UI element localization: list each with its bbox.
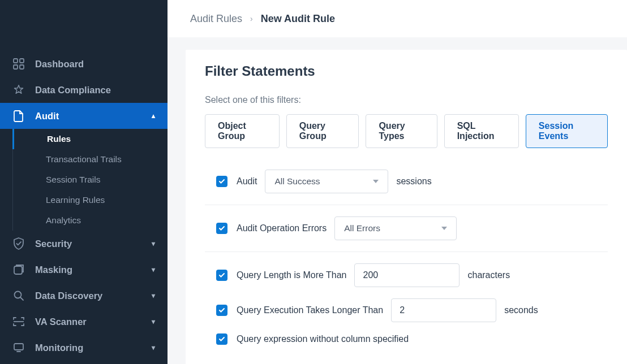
sidebar-item-label: Data Compliance: [35, 85, 111, 96]
monitor-icon: [12, 341, 25, 354]
filter-pills: Object Group Query Group Query Types SQL…: [205, 114, 608, 148]
sidebar-item-vascanner[interactable]: VA Scanner ▾: [0, 309, 168, 335]
sidebar-item-label: Security: [35, 239, 72, 249]
checkbox-errors[interactable]: [216, 223, 227, 234]
sidebar-item-masking[interactable]: Masking ▾: [0, 257, 168, 283]
svg-rect-7: [14, 266, 22, 274]
select-errors[interactable]: All Errors: [334, 216, 457, 240]
chevron-up-icon: ▴: [152, 112, 155, 120]
checkbox-qexec[interactable]: [216, 305, 227, 316]
suffix-characters: characters: [467, 270, 510, 280]
pill-object-group[interactable]: Object Group: [205, 114, 280, 148]
chevron-down-icon: ▾: [152, 266, 155, 274]
breadcrumb-current: New Audit Rule: [261, 13, 335, 25]
chevron-down-icon: ▾: [152, 292, 155, 300]
pill-sql-injection[interactable]: SQL Injection: [444, 114, 519, 148]
svg-rect-5: [14, 65, 18, 69]
chevron-down-icon: ▾: [152, 318, 155, 326]
chevron-down-icon: ▾: [152, 240, 155, 248]
audit-submenu: Rules Transactional Trails Session Trail…: [0, 129, 168, 231]
dashboard-icon: [12, 58, 25, 70]
select-audit-sessions[interactable]: All Success: [265, 170, 388, 193]
shield-icon: [12, 237, 25, 250]
sidebar-item-label: Audit: [35, 111, 59, 122]
row-audit: Audit All Success sessions: [205, 158, 608, 205]
row-errors: Audit Operation Errors All Errors: [205, 205, 608, 252]
sidebar-sub-analytics[interactable]: Analytics: [12, 210, 168, 231]
sidebar-item-discovery[interactable]: Data Discovery ▾: [0, 283, 168, 309]
sidebar-item-audit[interactable]: Audit ▴: [0, 103, 168, 129]
input-qlen[interactable]: [354, 263, 459, 287]
label-errors: Audit Operation Errors: [237, 223, 327, 233]
svg-line-9: [20, 297, 23, 300]
breadcrumb-parent[interactable]: Audit Rules: [190, 13, 242, 25]
panel-title: Filter Statements: [205, 63, 608, 79]
main-content: Filter Statements Select one of this fil…: [168, 0, 627, 364]
suffix-sessions: sessions: [396, 176, 431, 187]
input-qexec[interactable]: [391, 298, 496, 322]
sidebar-sub-rules[interactable]: Rules: [12, 129, 168, 149]
sidebar-sub-session[interactable]: Session Trails: [12, 170, 168, 190]
panel-subtext: Select one of this filters:: [205, 95, 608, 105]
chevron-down-icon: ▾: [152, 344, 155, 352]
sidebar-item-security[interactable]: Security ▾: [0, 231, 168, 257]
label-audit: Audit: [237, 176, 257, 187]
chevron-right-icon: ›: [250, 14, 253, 23]
filter-panel: Filter Statements Select one of this fil…: [186, 50, 627, 364]
svg-rect-3: [14, 59, 18, 63]
document-icon: [12, 110, 25, 122]
sidebar-item-monitoring[interactable]: Monitoring ▾: [0, 335, 168, 361]
sidebar-item-label: Dashboard: [35, 59, 84, 70]
label-qexec: Query Execution Takes Longer Than: [237, 305, 383, 315]
label-qexpr: Query expression without column specifie…: [237, 334, 409, 344]
checkbox-audit[interactable]: [216, 176, 227, 187]
svg-rect-4: [20, 59, 24, 63]
sidebar: Dashboard Data Compliance Audit ▴ Rules …: [0, 0, 168, 364]
breadcrumb: Audit Rules › New Audit Rule: [168, 13, 335, 25]
star-icon: [12, 84, 25, 96]
label-qlen: Query Length is More Than: [237, 270, 346, 280]
pill-query-types[interactable]: Query Types: [366, 114, 437, 148]
checkbox-qexpr[interactable]: [216, 333, 227, 345]
sidebar-item-label: Masking: [35, 265, 72, 275]
masking-icon: [12, 263, 25, 276]
row-qlen: Query Length is More Than characters: [205, 252, 608, 292]
sidebar-item-compliance[interactable]: Data Compliance: [0, 77, 168, 103]
sidebar-item-label: VA Scanner: [35, 317, 87, 327]
row-qexec: Query Execution Takes Longer Than second…: [205, 292, 608, 327]
pill-session-events[interactable]: Session Events: [526, 114, 608, 148]
search-icon: [12, 289, 25, 302]
sidebar-sub-transactional[interactable]: Transactional Trails: [12, 149, 168, 170]
sidebar-item-label: Data Discovery: [35, 291, 102, 301]
pill-query-group[interactable]: Query Group: [286, 114, 359, 148]
sidebar-item-dashboard[interactable]: Dashboard: [0, 51, 168, 77]
checkbox-qlen[interactable]: [216, 270, 227, 281]
suffix-seconds: seconds: [504, 305, 538, 315]
svg-rect-11: [14, 344, 23, 350]
row-qexpr: Query expression without column specifie…: [205, 327, 608, 356]
sidebar-sub-learning[interactable]: Learning Rules: [12, 190, 168, 210]
sidebar-item-label: Monitoring: [35, 343, 83, 353]
scanner-icon: [12, 315, 25, 328]
svg-rect-6: [20, 65, 24, 69]
